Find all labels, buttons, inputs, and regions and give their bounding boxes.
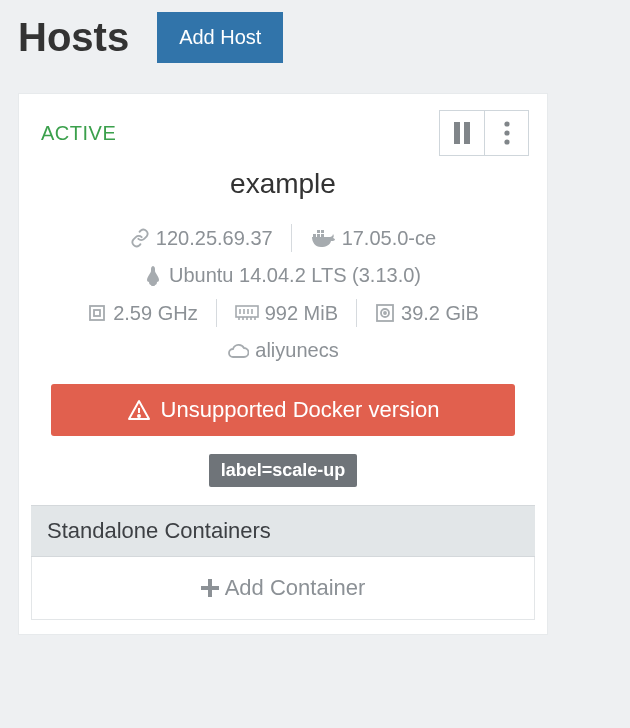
svg-point-4 xyxy=(504,139,509,144)
disk-icon xyxy=(375,303,395,323)
pause-button[interactable] xyxy=(440,111,484,155)
info-row-os: Ubuntu 14.04.2 LTS (3.13.0) xyxy=(19,258,547,293)
storage-item: 39.2 GiB xyxy=(357,302,497,325)
svg-rect-1 xyxy=(464,122,470,144)
linux-icon xyxy=(145,266,163,286)
cpu-icon xyxy=(87,303,107,323)
add-host-button[interactable]: Add Host xyxy=(157,12,283,63)
status-badge: ACTIVE xyxy=(41,122,116,145)
info-row-net: 120.25.69.37 17.05.0-ce xyxy=(19,218,547,258)
link-icon xyxy=(130,228,150,248)
svg-rect-28 xyxy=(201,586,219,590)
memory-icon xyxy=(235,305,259,321)
menu-button[interactable] xyxy=(484,111,528,155)
warning-banner: Unsupported Docker version xyxy=(51,384,515,436)
svg-rect-11 xyxy=(94,310,100,316)
svg-rect-0 xyxy=(454,122,460,144)
host-name: example xyxy=(19,164,547,218)
ip-value: 120.25.69.37 xyxy=(156,227,273,250)
host-card: ACTIVE example 120.25.69.37 xyxy=(18,93,548,635)
os-value: Ubuntu 14.04.2 LTS (3.13.0) xyxy=(169,264,421,287)
warning-icon xyxy=(127,399,151,421)
label-row: label=scale-up xyxy=(19,450,547,505)
svg-point-24 xyxy=(384,312,386,314)
warning-text: Unsupported Docker version xyxy=(161,397,440,423)
os-item: Ubuntu 14.04.2 LTS (3.13.0) xyxy=(127,264,439,287)
card-actions xyxy=(439,110,529,156)
svg-rect-10 xyxy=(90,306,104,320)
docker-icon xyxy=(310,229,336,247)
info-row-provider: aliyunecs xyxy=(19,333,547,368)
pause-icon xyxy=(453,122,471,144)
card-top-row: ACTIVE xyxy=(19,94,547,164)
info-row-hw: 2.59 GHz 992 MiB 39.2 GiB xyxy=(19,293,547,333)
svg-rect-6 xyxy=(317,234,320,237)
provider-value: aliyunecs xyxy=(255,339,338,362)
docker-version-value: 17.05.0-ce xyxy=(342,227,437,250)
kebab-menu-icon xyxy=(504,121,510,145)
cloud-icon xyxy=(227,343,249,359)
ip-item: 120.25.69.37 xyxy=(112,227,291,250)
memory-item: 992 MiB xyxy=(217,302,356,325)
svg-rect-5 xyxy=(313,234,316,237)
docker-item: 17.05.0-ce xyxy=(292,227,455,250)
svg-point-2 xyxy=(504,121,509,126)
plus-icon xyxy=(201,579,219,597)
memory-value: 992 MiB xyxy=(265,302,338,325)
cpu-item: 2.59 GHz xyxy=(69,302,215,325)
svg-point-3 xyxy=(504,130,509,135)
svg-rect-7 xyxy=(321,234,324,237)
page-header: Hosts Add Host xyxy=(0,0,630,81)
page-title: Hosts xyxy=(18,15,129,60)
containers-section-header: Standalone Containers xyxy=(31,505,535,557)
storage-value: 39.2 GiB xyxy=(401,302,479,325)
add-container-label: Add Container xyxy=(225,575,366,601)
svg-point-26 xyxy=(138,415,140,417)
cpu-value: 2.59 GHz xyxy=(113,302,197,325)
svg-rect-8 xyxy=(317,230,320,233)
label-chip: label=scale-up xyxy=(209,454,358,487)
provider-item: aliyunecs xyxy=(209,339,356,362)
svg-rect-9 xyxy=(321,230,324,233)
add-container-button[interactable]: Add Container xyxy=(31,557,535,620)
